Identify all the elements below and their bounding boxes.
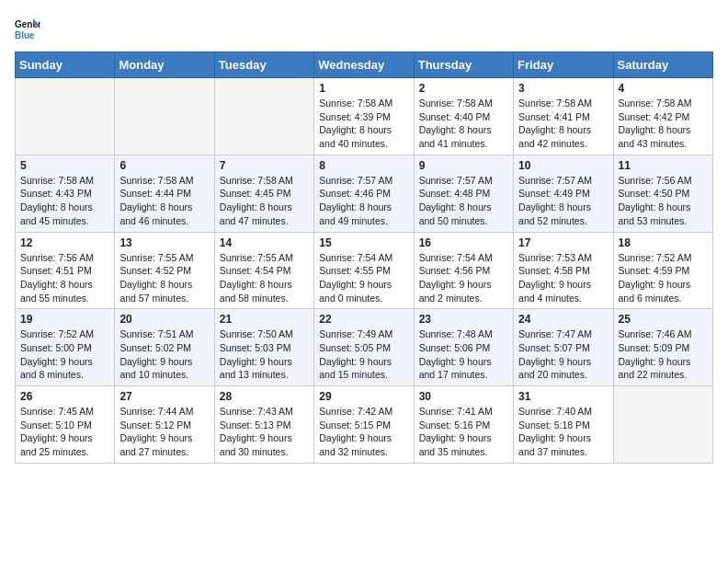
day-info: Sunrise: 7:58 AM Sunset: 4:44 PM Dayligh… <box>119 174 209 228</box>
calendar-day-cell: 6Sunrise: 7:58 AM Sunset: 4:44 PM Daylig… <box>115 155 214 232</box>
weekday-header: Friday <box>514 52 613 78</box>
day-info: Sunrise: 7:48 AM Sunset: 5:06 PM Dayligh… <box>419 327 508 382</box>
calendar-day-cell: 12Sunrise: 7:56 AM Sunset: 4:51 PM Dayli… <box>16 232 115 309</box>
calendar-week-row: 5Sunrise: 7:58 AM Sunset: 4:43 PM Daylig… <box>16 155 713 232</box>
day-number: 4 <box>619 82 708 95</box>
day-info: Sunrise: 7:41 AM Sunset: 5:16 PM Dayligh… <box>419 405 508 459</box>
day-number: 5 <box>20 159 109 172</box>
day-info: Sunrise: 7:58 AM Sunset: 4:43 PM Dayligh… <box>20 174 109 228</box>
calendar-table: SundayMondayTuesdayWednesdayThursdayFrid… <box>15 52 713 464</box>
calendar-day-cell: 7Sunrise: 7:58 AM Sunset: 4:45 PM Daylig… <box>214 155 313 232</box>
day-info: Sunrise: 7:43 AM Sunset: 5:13 PM Dayligh… <box>220 405 309 459</box>
day-info: Sunrise: 7:52 AM Sunset: 4:59 PM Dayligh… <box>619 251 708 305</box>
day-number: 10 <box>518 159 608 172</box>
calendar-day-cell: 15Sunrise: 7:54 AM Sunset: 4:55 PM Dayli… <box>314 232 414 309</box>
day-number: 14 <box>220 236 309 249</box>
day-number: 25 <box>619 313 708 326</box>
day-number: 28 <box>220 390 309 403</box>
day-info: Sunrise: 7:58 AM Sunset: 4:41 PM Dayligh… <box>518 97 608 151</box>
calendar-day-cell <box>214 78 313 155</box>
day-number: 8 <box>319 159 408 172</box>
calendar-day-cell: 22Sunrise: 7:49 AM Sunset: 5:05 PM Dayli… <box>314 309 414 386</box>
calendar-day-cell: 9Sunrise: 7:57 AM Sunset: 4:48 PM Daylig… <box>414 155 513 232</box>
day-number: 31 <box>518 390 608 403</box>
calendar-day-cell: 17Sunrise: 7:53 AM Sunset: 4:58 PM Dayli… <box>514 232 613 309</box>
day-info: Sunrise: 7:47 AM Sunset: 5:07 PM Dayligh… <box>518 327 608 382</box>
calendar-day-cell: 25Sunrise: 7:46 AM Sunset: 5:09 PM Dayli… <box>613 309 712 386</box>
weekday-header: Sunday <box>16 52 115 78</box>
calendar-day-cell: 18Sunrise: 7:52 AM Sunset: 4:59 PM Dayli… <box>613 232 712 309</box>
day-info: Sunrise: 7:57 AM Sunset: 4:49 PM Dayligh… <box>518 174 608 228</box>
day-number: 30 <box>419 390 508 403</box>
day-info: Sunrise: 7:58 AM Sunset: 4:42 PM Dayligh… <box>619 97 708 151</box>
day-number: 13 <box>119 236 209 249</box>
calendar-day-cell: 1Sunrise: 7:58 AM Sunset: 4:39 PM Daylig… <box>314 78 414 155</box>
calendar-header-row: SundayMondayTuesdayWednesdayThursdayFrid… <box>16 52 713 78</box>
calendar-day-cell: 21Sunrise: 7:50 AM Sunset: 5:03 PM Dayli… <box>214 309 313 386</box>
day-info: Sunrise: 7:58 AM Sunset: 4:45 PM Dayligh… <box>220 174 309 228</box>
day-number: 9 <box>419 159 508 172</box>
day-info: Sunrise: 7:58 AM Sunset: 4:40 PM Dayligh… <box>419 97 508 151</box>
svg-text:Blue: Blue <box>15 30 35 40</box>
calendar-day-cell: 8Sunrise: 7:57 AM Sunset: 4:46 PM Daylig… <box>314 155 414 232</box>
day-info: Sunrise: 7:46 AM Sunset: 5:09 PM Dayligh… <box>619 327 708 382</box>
calendar-day-cell: 31Sunrise: 7:40 AM Sunset: 5:18 PM Dayli… <box>514 386 613 464</box>
calendar-day-cell: 13Sunrise: 7:55 AM Sunset: 4:52 PM Dayli… <box>115 232 214 309</box>
day-info: Sunrise: 7:55 AM Sunset: 4:54 PM Dayligh… <box>220 251 309 305</box>
day-info: Sunrise: 7:53 AM Sunset: 4:58 PM Dayligh… <box>518 251 608 305</box>
calendar-day-cell: 2Sunrise: 7:58 AM Sunset: 4:40 PM Daylig… <box>414 78 513 155</box>
day-number: 17 <box>518 236 608 249</box>
calendar-day-cell: 28Sunrise: 7:43 AM Sunset: 5:13 PM Dayli… <box>214 386 313 464</box>
day-number: 15 <box>319 236 408 249</box>
weekday-header: Saturday <box>613 52 712 78</box>
weekday-header: Thursday <box>414 52 513 78</box>
day-info: Sunrise: 7:54 AM Sunset: 4:56 PM Dayligh… <box>419 251 508 305</box>
day-number: 27 <box>119 390 209 403</box>
calendar-day-cell: 3Sunrise: 7:58 AM Sunset: 4:41 PM Daylig… <box>514 78 613 155</box>
day-number: 12 <box>20 236 109 249</box>
day-info: Sunrise: 7:42 AM Sunset: 5:15 PM Dayligh… <box>319 405 408 459</box>
calendar-day-cell: 27Sunrise: 7:44 AM Sunset: 5:12 PM Dayli… <box>115 386 214 464</box>
calendar-day-cell <box>115 78 214 155</box>
day-info: Sunrise: 7:50 AM Sunset: 5:03 PM Dayligh… <box>220 327 309 382</box>
calendar-day-cell: 24Sunrise: 7:47 AM Sunset: 5:07 PM Dayli… <box>514 309 613 386</box>
logo: General Blue <box>15 15 44 40</box>
calendar-day-cell: 14Sunrise: 7:55 AM Sunset: 4:54 PM Dayli… <box>214 232 313 309</box>
day-info: Sunrise: 7:40 AM Sunset: 5:18 PM Dayligh… <box>518 405 608 459</box>
calendar-day-cell: 5Sunrise: 7:58 AM Sunset: 4:43 PM Daylig… <box>16 155 115 232</box>
day-number: 19 <box>20 313 109 326</box>
day-number: 29 <box>319 390 408 403</box>
day-number: 11 <box>619 159 708 172</box>
calendar-day-cell <box>613 386 712 464</box>
calendar-day-cell: 10Sunrise: 7:57 AM Sunset: 4:49 PM Dayli… <box>514 155 613 232</box>
day-number: 18 <box>619 236 708 249</box>
day-info: Sunrise: 7:57 AM Sunset: 4:46 PM Dayligh… <box>319 174 408 228</box>
calendar-day-cell: 26Sunrise: 7:45 AM Sunset: 5:10 PM Dayli… <box>16 386 115 464</box>
day-info: Sunrise: 7:54 AM Sunset: 4:55 PM Dayligh… <box>319 251 408 305</box>
calendar-week-row: 1Sunrise: 7:58 AM Sunset: 4:39 PM Daylig… <box>16 78 713 155</box>
calendar-day-cell: 16Sunrise: 7:54 AM Sunset: 4:56 PM Dayli… <box>414 232 513 309</box>
day-info: Sunrise: 7:52 AM Sunset: 5:00 PM Dayligh… <box>20 327 109 382</box>
calendar-week-row: 26Sunrise: 7:45 AM Sunset: 5:10 PM Dayli… <box>16 386 713 464</box>
day-number: 21 <box>220 313 309 326</box>
day-info: Sunrise: 7:45 AM Sunset: 5:10 PM Dayligh… <box>20 405 109 459</box>
day-info: Sunrise: 7:56 AM Sunset: 4:51 PM Dayligh… <box>20 251 109 305</box>
day-info: Sunrise: 7:58 AM Sunset: 4:39 PM Dayligh… <box>319 97 408 151</box>
calendar-day-cell: 23Sunrise: 7:48 AM Sunset: 5:06 PM Dayli… <box>414 309 513 386</box>
day-number: 1 <box>319 82 408 95</box>
day-info: Sunrise: 7:51 AM Sunset: 5:02 PM Dayligh… <box>119 327 209 382</box>
day-info: Sunrise: 7:49 AM Sunset: 5:05 PM Dayligh… <box>319 327 408 382</box>
calendar-day-cell: 11Sunrise: 7:56 AM Sunset: 4:50 PM Dayli… <box>613 155 712 232</box>
calendar-week-row: 12Sunrise: 7:56 AM Sunset: 4:51 PM Dayli… <box>16 232 713 309</box>
day-number: 22 <box>319 313 408 326</box>
day-info: Sunrise: 7:44 AM Sunset: 5:12 PM Dayligh… <box>119 405 209 459</box>
day-number: 26 <box>20 390 109 403</box>
logo-icon: General Blue <box>15 15 40 40</box>
day-number: 23 <box>419 313 508 326</box>
calendar-day-cell: 30Sunrise: 7:41 AM Sunset: 5:16 PM Dayli… <box>414 386 513 464</box>
calendar-day-cell: 19Sunrise: 7:52 AM Sunset: 5:00 PM Dayli… <box>16 309 115 386</box>
day-info: Sunrise: 7:57 AM Sunset: 4:48 PM Dayligh… <box>419 174 508 228</box>
day-number: 16 <box>419 236 508 249</box>
day-info: Sunrise: 7:55 AM Sunset: 4:52 PM Dayligh… <box>119 251 209 305</box>
day-number: 7 <box>220 159 309 172</box>
